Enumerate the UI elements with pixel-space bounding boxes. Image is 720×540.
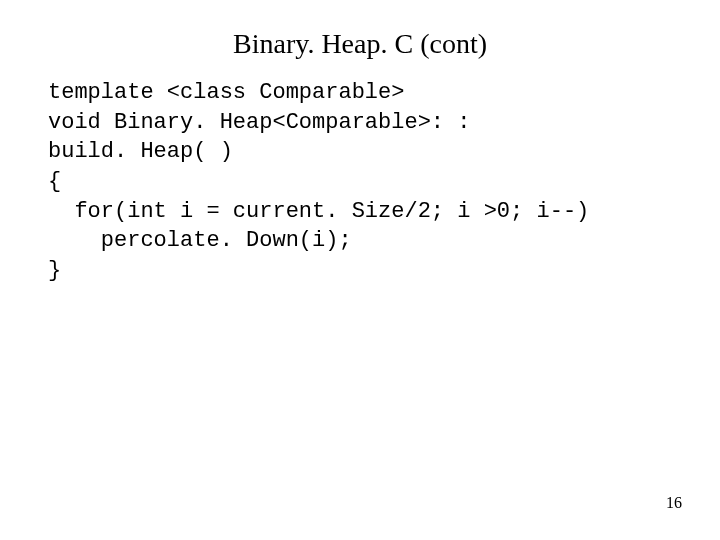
code-line-2: void Binary. Heap<Comparable>: :: [48, 110, 470, 135]
page-number: 16: [666, 494, 682, 512]
slide: Binary. Heap. C (cont) template <class C…: [0, 0, 720, 540]
code-line-3: build. Heap( ): [48, 139, 233, 164]
code-line-6: percolate. Down(i);: [48, 228, 352, 253]
code-line-4: {: [48, 169, 61, 194]
code-line-1: template <class Comparable>: [48, 80, 404, 105]
code-line-7: }: [48, 258, 61, 283]
slide-title: Binary. Heap. C (cont): [0, 0, 720, 78]
code-block: template <class Comparable> void Binary.…: [0, 78, 720, 286]
code-line-5: for(int i = current. Size/2; i >0; i--): [48, 199, 589, 224]
